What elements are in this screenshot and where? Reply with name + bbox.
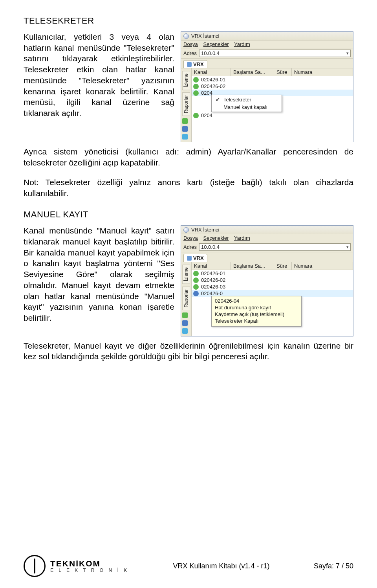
list-item[interactable]: 020426-03	[192, 283, 353, 290]
brand-name: TEKNİKOM	[50, 559, 129, 568]
window-title: VRX İstemci	[191, 33, 220, 39]
side-tabs: İzleme Raporlar	[181, 262, 192, 336]
side-icon-app[interactable]	[182, 328, 188, 334]
brand-subtitle: E L E K T R O N İ K	[50, 568, 129, 573]
cell-kanal: 020426-01	[201, 77, 225, 83]
section-telesekreter: TELESEKRETER Kullanıcılar, yetkileri 3 v…	[24, 16, 353, 198]
channel-list: Kanal Başlama Sa... Süre Numara 020426-0…	[192, 68, 353, 142]
cell-kanal: 020426-01	[201, 270, 225, 276]
tooltip-line: Telesekreter Kapalı	[215, 318, 298, 325]
chevron-down-icon[interactable]: ▾	[346, 244, 349, 250]
status-icon	[193, 277, 199, 283]
check-icon: ✔	[216, 97, 221, 103]
para: Kanal menüsünde "Manuel kayıt" satırı tı…	[24, 225, 174, 323]
tab-icon	[187, 256, 192, 261]
list-item[interactable]: 0204	[192, 112, 353, 119]
side-tab-izleme[interactable]: İzleme	[182, 71, 190, 90]
cell-kanal: 020426-03	[201, 284, 225, 290]
cell-kanal: 020426-02	[201, 277, 225, 283]
side-tab-raporlar[interactable]: Raporlar	[182, 287, 190, 310]
cell-kanal: 0204	[201, 90, 212, 96]
address-value: 10.0.0.4	[201, 50, 220, 56]
logo-text: TEKNİKOM E L E K T R O N İ K	[50, 559, 129, 573]
tooltip-line: Kaydetme açık (tuş tetiklemeli)	[215, 311, 298, 318]
side-icon-record[interactable]	[182, 312, 188, 318]
col-baslama[interactable]: Başlama Sa...	[231, 68, 274, 76]
para: Ayrıca sistem yöneticisi (kullanıcı adı:…	[24, 146, 353, 168]
cell-kanal: 0204	[201, 112, 212, 118]
footer-page: Sayfa: 7 / 50	[314, 562, 353, 570]
side-icons	[182, 118, 190, 140]
vrx-window: VRX İstemci Dosya Seçenekler Yardım Adre…	[181, 225, 353, 336]
status-icon	[193, 113, 199, 118]
para: Telesekreter, Manuel kayıt ve diğer özel…	[24, 340, 353, 362]
status-icon	[193, 84, 199, 89]
menu-dosya[interactable]: Dosya	[183, 235, 198, 241]
status-icon	[193, 77, 199, 83]
list-header: Kanal Başlama Sa... Süre Numara	[192, 262, 353, 270]
address-label: Adres	[183, 244, 197, 250]
vrx-window: VRX İstemci Dosya Seçenekler Yardım Adre…	[181, 31, 353, 142]
para: Kullanıcılar, yetkileri 3 veya 4 olan ha…	[24, 31, 174, 119]
menubar: Dosya Seçenekler Yardım	[181, 234, 353, 242]
channel-list: Kanal Başlama Sa... Süre Numara 020426-0…	[192, 262, 353, 336]
col-kanal[interactable]: Kanal	[192, 68, 231, 76]
tab-vrx[interactable]: VRX	[183, 60, 207, 68]
status-icon	[193, 90, 199, 96]
menu-secenekler[interactable]: Seçenekler	[203, 41, 229, 47]
status-icon	[193, 291, 199, 296]
tab-row: VRX	[181, 59, 353, 68]
side-icon-app[interactable]	[182, 134, 188, 140]
logo-icon	[24, 555, 46, 577]
side-icon-record[interactable]	[182, 118, 188, 124]
menu-dosya[interactable]: Dosya	[183, 41, 198, 47]
text-column: Kanal menüsünde "Manuel kayıt" satırı tı…	[24, 225, 174, 336]
figure-manuel-kayit-window: VRX İstemci Dosya Seçenekler Yardım Adre…	[181, 225, 353, 336]
ctx-manuel-kayit[interactable]: Manuel kayıt kapalı	[212, 103, 282, 111]
tab-icon	[187, 62, 192, 67]
tab-label: VRX	[193, 255, 204, 261]
cell-kanal: 020426-0	[201, 290, 223, 296]
titlebar: VRX İstemci	[181, 226, 353, 234]
heading-manuel-kayit: MANUEL KAYIT	[24, 209, 353, 220]
info-tooltip: 020426-04 Hat durumuna göre kayıt Kaydet…	[211, 296, 302, 327]
address-input[interactable]: 10.0.0.4 ▾	[199, 50, 351, 57]
col-sure[interactable]: Süre	[274, 68, 292, 76]
tab-vrx[interactable]: VRX	[183, 254, 207, 262]
menu-secenekler[interactable]: Seçenekler	[203, 235, 229, 241]
side-icon-report[interactable]	[182, 126, 188, 132]
address-value: 10.0.0.4	[201, 244, 220, 250]
list-item[interactable]: 020426-01	[192, 270, 353, 277]
text-column: Kullanıcılar, yetkileri 3 veya 4 olan ha…	[24, 31, 174, 142]
titlebar: VRX İstemci	[181, 32, 353, 40]
col-kanal[interactable]: Kanal	[192, 262, 231, 270]
status-icon	[193, 271, 199, 276]
list-item[interactable]: 020426-02	[192, 277, 353, 283]
list-item[interactable]: 020426-02	[192, 83, 353, 90]
figure-telesekreter-window: VRX İstemci Dosya Seçenekler Yardım Adre…	[181, 31, 353, 142]
side-icon-report[interactable]	[182, 320, 188, 326]
status-icon	[193, 284, 199, 290]
list-item[interactable]: 020426-01	[192, 76, 353, 83]
address-input[interactable]: 10.0.0.4 ▾	[199, 243, 351, 251]
col-sure[interactable]: Süre	[274, 262, 292, 270]
footer-center: VRX Kullanım Kitabı (v1.4 - r1)	[173, 562, 269, 570]
ctx-telesekreter[interactable]: ✔ Telesekreter	[212, 96, 282, 103]
tooltip-line: 020426-04	[215, 298, 298, 305]
menu-yardim[interactable]: Yardım	[234, 235, 250, 241]
side-tabs: İzleme Raporlar	[181, 68, 192, 142]
col-baslama[interactable]: Başlama Sa...	[231, 262, 274, 270]
side-tab-izleme[interactable]: İzleme	[182, 265, 190, 284]
para-note: Not: Telesekreter özelliği yalnız anons …	[24, 177, 353, 198]
address-bar: Adres 10.0.0.4 ▾	[181, 48, 353, 59]
side-tab-raporlar[interactable]: Raporlar	[182, 92, 190, 116]
tab-label: VRX	[193, 61, 204, 67]
section-manuel-kayit: MANUEL KAYIT Kanal menüsünde "Manuel kay…	[24, 209, 353, 362]
col-numara[interactable]: Numara	[292, 262, 353, 270]
app-icon	[183, 227, 189, 233]
col-numara[interactable]: Numara	[292, 68, 353, 76]
chevron-down-icon[interactable]: ▾	[346, 51, 349, 56]
menu-yardim[interactable]: Yardım	[234, 41, 250, 47]
heading-telesekreter: TELESEKRETER	[24, 16, 353, 26]
context-menu: ✔ Telesekreter Manuel kayıt kapalı	[211, 95, 282, 112]
